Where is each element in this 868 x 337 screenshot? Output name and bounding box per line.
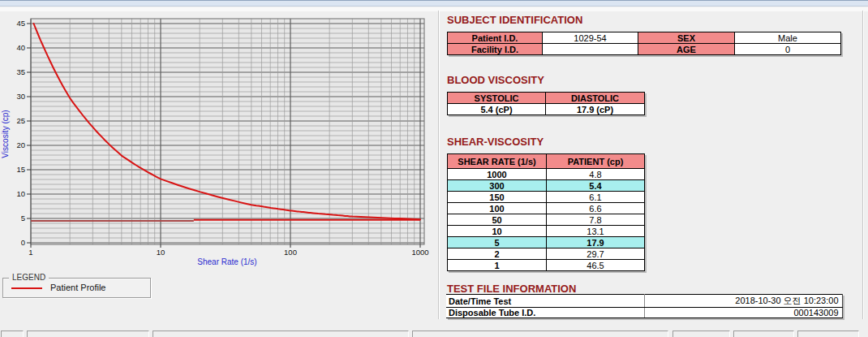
shear-rate-cell: 1 xyxy=(448,260,547,271)
table-row: 507.8 xyxy=(448,214,645,226)
subject-field-label: Facility I.D. xyxy=(448,44,543,55)
subject-identification-table: Patient I.D.1029-54SEXMaleFacility I.D.A… xyxy=(447,32,841,55)
patient-viscosity-cell: 5.4 xyxy=(547,180,645,192)
x-tick-label: 100 xyxy=(284,248,297,257)
status-bar-segment xyxy=(1,331,24,337)
table-row: 10004.8 xyxy=(448,169,645,180)
panel-separator-left xyxy=(438,11,439,319)
table-row: 1506.1 xyxy=(448,192,645,203)
patient-viscosity-cell: 7.8 xyxy=(547,214,645,226)
blood-viscosity-value: 5.4 (cP) xyxy=(448,104,546,115)
legend-group: LEGEND Patient Profile xyxy=(2,278,151,298)
table-row: 146.5 xyxy=(448,260,645,271)
table-row: 3005.4 xyxy=(448,180,645,192)
shear-rate-cell: 10 xyxy=(448,226,547,237)
shear-rate-cell: 1000 xyxy=(448,169,547,180)
y-axis-label: Viscosity (cp) xyxy=(1,110,10,158)
shear-rate-cell: 150 xyxy=(448,192,547,203)
table-row: SHEAR RATE (1/s)PATIENT (cp) xyxy=(448,154,645,169)
y-tick-label: 0 xyxy=(21,238,25,247)
patient-viscosity-cell: 13.1 xyxy=(547,226,645,237)
patient-viscosity-cell: 29.7 xyxy=(547,248,645,260)
y-tick-label: 20 xyxy=(16,140,25,149)
blood-viscosity-header: DIASTOLIC xyxy=(546,93,645,104)
subject-field-value: 0 xyxy=(735,44,841,55)
y-tick-label: 45 xyxy=(16,19,25,28)
subject-field-value: Male xyxy=(735,32,841,44)
patient-viscosity-cell: 6.6 xyxy=(547,203,645,214)
test-file-information-table: Date/Time Test2018-10-30 오전 10:23:00Disp… xyxy=(446,294,843,318)
section-title-blood-viscosity: BLOOD VISCOSITY xyxy=(447,74,544,86)
table-row: Patient I.D.1029-54SEXMale xyxy=(448,32,841,44)
status-bar-segment xyxy=(733,331,794,337)
blood-viscosity-header: SYSTOLIC xyxy=(448,93,546,104)
subject-field-value: 1029-54 xyxy=(543,32,638,44)
report-window: 0510152025303540451101001000Viscosity (c… xyxy=(0,0,868,337)
x-tick-label: 1 xyxy=(28,248,32,257)
status-bar-segment xyxy=(27,331,149,337)
section-title-shear-viscosity: SHEAR-VISCOSITY xyxy=(447,136,544,148)
table-row: SYSTOLICDIASTOLIC xyxy=(448,93,645,104)
x-axis-label: Shear Rate (1/s) xyxy=(197,257,256,266)
patient-viscosity-cell: 6.1 xyxy=(547,192,645,203)
x-tick-label: 10 xyxy=(157,248,165,257)
y-tick-label: 5 xyxy=(21,214,25,223)
shear-rate-cell: 100 xyxy=(448,203,547,214)
shear-table-header: PATIENT (cp) xyxy=(547,154,645,169)
status-bar-segment xyxy=(153,331,409,337)
test-file-value: 2018-10-30 오전 10:23:00 xyxy=(644,295,842,308)
table-row: 1006.6 xyxy=(448,203,645,214)
shear-rate-cell: 5 xyxy=(448,237,547,248)
test-file-value: 000143009 xyxy=(644,308,842,318)
y-tick-label: 15 xyxy=(16,165,25,174)
legend-series-label: Patient Profile xyxy=(50,283,105,292)
y-tick-label: 30 xyxy=(16,92,25,101)
legend-series-line xyxy=(11,287,42,289)
viscosity-chart: 0510152025303540451101001000Viscosity (c… xyxy=(0,0,436,321)
patient-viscosity-cell: 17.9 xyxy=(547,237,645,248)
x-tick-label: 1000 xyxy=(411,248,428,257)
legend-group-caption: LEGEND xyxy=(9,273,49,282)
test-file-label: Date/Time Test xyxy=(446,295,644,308)
shear-table-header: SHEAR RATE (1/s) xyxy=(448,154,547,169)
status-bar-segment xyxy=(672,331,730,337)
table-row: Disposable Tube I.D.000143009 xyxy=(446,308,842,318)
section-title-subject-identification: SUBJECT IDENTIFICATION xyxy=(447,14,582,26)
subject-field-value xyxy=(543,44,638,55)
y-tick-label: 25 xyxy=(16,116,25,125)
blood-viscosity-value: 17.9 (cP) xyxy=(546,104,645,115)
patient-viscosity-cell: 4.8 xyxy=(547,169,645,180)
shear-viscosity-table: SHEAR RATE (1/s)PATIENT (cp)10004.83005.… xyxy=(447,153,645,271)
y-tick-label: 10 xyxy=(16,189,25,198)
table-row: 5.4 (cP)17.9 (cP) xyxy=(448,104,645,115)
section-title-test-file-information: TEST FILE INFORMATION xyxy=(447,283,576,295)
shear-rate-cell: 2 xyxy=(448,248,547,260)
status-bar-segment xyxy=(797,331,859,337)
shear-rate-cell: 300 xyxy=(448,180,547,192)
panel-separator-right xyxy=(862,11,863,319)
y-tick-label: 35 xyxy=(16,67,25,76)
subject-field-label: Patient I.D. xyxy=(448,32,543,44)
table-row: 1013.1 xyxy=(448,226,645,237)
status-bar-segment xyxy=(412,331,668,337)
table-row: 517.9 xyxy=(448,237,645,248)
table-row: 229.7 xyxy=(448,248,645,260)
subject-field-label: SEX xyxy=(638,32,735,44)
patient-viscosity-cell: 46.5 xyxy=(547,260,645,271)
table-row: Date/Time Test2018-10-30 오전 10:23:00 xyxy=(446,295,842,308)
shear-rate-cell: 50 xyxy=(448,214,547,226)
y-tick-label: 40 xyxy=(16,43,25,52)
test-file-label: Disposable Tube I.D. xyxy=(446,308,644,318)
subject-field-label: AGE xyxy=(638,44,735,55)
blood-viscosity-table: SYSTOLICDIASTOLIC5.4 (cP)17.9 (cP) xyxy=(447,92,645,115)
table-row: Facility I.D.AGE0 xyxy=(448,44,841,55)
